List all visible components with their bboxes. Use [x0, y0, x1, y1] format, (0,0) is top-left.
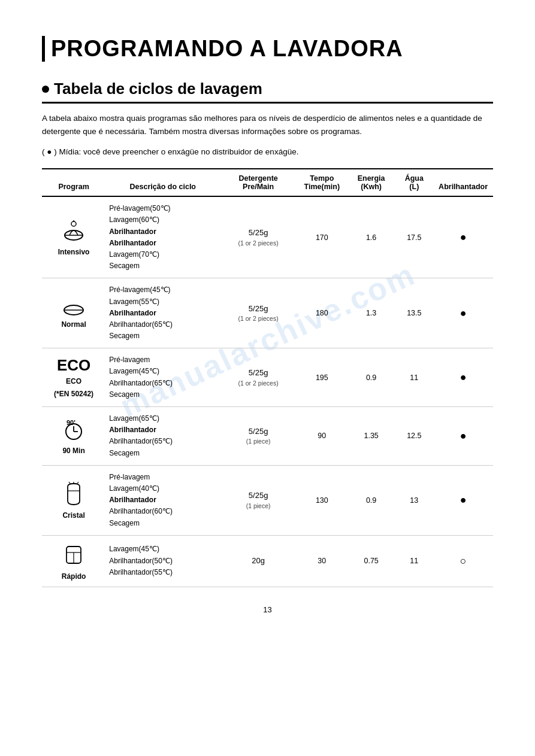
energy-cell: 0.9 — [347, 465, 395, 535]
program-label: Rápido — [62, 572, 86, 581]
water-cell: 12.5 — [395, 407, 433, 466]
header-energy: Energia(Kwh) — [347, 169, 395, 196]
intensivo-icon — [61, 218, 86, 244]
table-row: ECOECO(*EN 50242)Pré-lavagemLavagem(45℃)… — [42, 348, 493, 407]
water-cell: 11 — [395, 535, 433, 587]
abrilhantador-cell: ● — [433, 465, 493, 535]
time-cell: 170 — [297, 196, 347, 278]
svg-text:90': 90' — [67, 419, 75, 426]
program-label: ECO — [66, 377, 81, 385]
detergent-sub: (1 or 2 pieces) — [223, 314, 292, 324]
water-cell: 13.5 — [395, 278, 433, 348]
water-cell: 11 — [395, 348, 433, 407]
90min-icon: 90' — [61, 417, 86, 442]
time-cell: 90 — [297, 407, 347, 466]
energy-cell: 1.35 — [347, 407, 395, 466]
table-row: IntensivoPré-lavagem(50℃)Lavagem(60℃)Abr… — [42, 196, 493, 278]
program-cell: 90' 90 Min — [42, 407, 105, 466]
time-cell: 180 — [297, 278, 347, 348]
filled-circle-indicator: ● — [460, 231, 467, 243]
cristal-icon — [62, 481, 85, 507]
intro-text: A tabela abaixo mostra quais programas s… — [42, 112, 493, 138]
abrilhantador-cell: ● — [433, 196, 493, 278]
rapido-icon — [62, 542, 85, 568]
abrilhantador-cell: ● — [433, 278, 493, 348]
media-note: ( ● ) Mídia: você deve preencher o enxág… — [42, 147, 493, 156]
detergent-cell: 20g — [220, 535, 296, 587]
table-row: 90' 90 MinLavagem(65℃)AbrilhantadorAbril… — [42, 407, 493, 466]
program-label: (*EN 50242) — [54, 390, 93, 398]
program-label: Intensivo — [58, 248, 90, 256]
header-time: TempoTime(min) — [297, 169, 347, 196]
program-label: 90 Min — [62, 447, 84, 455]
water-cell: 17.5 — [395, 196, 433, 278]
detergent-amount: 5/25g — [223, 490, 292, 502]
energy-cell: 0.75 — [347, 535, 395, 587]
section-title: Tabela de ciclos de lavagem — [42, 80, 493, 104]
abrilhantador-cell: ● — [433, 348, 493, 407]
eco-icon: ECO — [57, 357, 90, 373]
program-cell: Intensivo — [42, 196, 105, 278]
filled-circle-indicator: ● — [460, 430, 467, 442]
desc-cell: Pré-lavagem(45℃)Lavagem(55℃)Abrilhantado… — [105, 278, 220, 348]
abrilhantador-cell: ○ — [433, 535, 493, 587]
empty-circle-indicator: ○ — [460, 555, 467, 567]
energy-cell: 1.3 — [347, 278, 395, 348]
program-cell: Cristal — [42, 465, 105, 535]
energy-cell: 0.9 — [347, 348, 395, 407]
desc-cell: Lavagem(45℃)Abrilhantador(50℃)Abrilhanta… — [105, 535, 220, 587]
detergent-amount: 5/25g — [223, 227, 292, 239]
header-water: Água(L) — [395, 169, 433, 196]
detergent-cell: 5/25g(1 or 2 pieces) — [220, 196, 296, 278]
detergent-sub: (1 piece) — [223, 502, 292, 511]
detergent-amount: 5/25g — [223, 303, 292, 315]
program-label: Normal — [61, 320, 86, 329]
filled-circle-indicator: ● — [460, 371, 467, 383]
media-note-text: ( ● ) Mídia: você deve preencher o enxág… — [42, 147, 298, 156]
detergent-cell: 5/25g(1 piece) — [220, 465, 296, 535]
page-number: 13 — [42, 605, 493, 614]
detergent-amount: 20g — [223, 555, 292, 567]
water-cell: 13 — [395, 465, 433, 535]
detergent-amount: 5/25g — [223, 426, 292, 438]
filled-circle-indicator: ● — [460, 307, 467, 319]
table-row: NormalPré-lavagem(45℃)Lavagem(55℃)Abrilh… — [42, 278, 493, 348]
detergent-cell: 5/25g(1 or 2 pieces) — [220, 278, 296, 348]
wash-cycles-table: Program Descrição do ciclo DetergentePre… — [42, 168, 493, 587]
program-label: Cristal — [62, 511, 84, 520]
detergent-sub: (1 piece) — [223, 437, 292, 447]
header-detergent: DetergentePre/Main — [220, 169, 296, 196]
header-program: Program — [42, 169, 105, 196]
filled-circle-indicator: ● — [460, 494, 467, 506]
table-row: RápidoLavagem(45℃)Abrilhantador(50℃)Abri… — [42, 535, 493, 587]
detergent-amount: 5/25g — [223, 367, 292, 379]
header-desc: Descrição do ciclo — [105, 169, 220, 196]
normal-icon — [61, 298, 86, 316]
desc-cell: Pré-lavagem(50℃)Lavagem(60℃)Abrilhantado… — [105, 196, 220, 278]
svg-point-2 — [71, 221, 76, 226]
detergent-sub: (1 or 2 pieces) — [223, 239, 292, 248]
time-cell: 195 — [297, 348, 347, 407]
table-row: CristalPré-lavagemLavagem(40℃)Abrilhanta… — [42, 465, 493, 535]
abrilhantador-cell: ● — [433, 407, 493, 466]
detergent-cell: 5/25g(1 or 2 pieces) — [220, 348, 296, 407]
program-cell: ECOECO(*EN 50242) — [42, 348, 105, 407]
energy-cell: 1.6 — [347, 196, 395, 278]
program-cell: Rápido — [42, 535, 105, 587]
time-cell: 130 — [297, 465, 347, 535]
detergent-cell: 5/25g(1 piece) — [220, 407, 296, 466]
detergent-sub: (1 or 2 pieces) — [223, 379, 292, 388]
time-cell: 30 — [297, 535, 347, 587]
page-title: PROGRAMANDO A LAVADORA — [42, 36, 493, 62]
desc-cell: Lavagem(65℃)AbrilhantadorAbrilhantador(6… — [105, 407, 220, 466]
program-cell: Normal — [42, 278, 105, 348]
desc-cell: Pré-lavagemLavagem(40℃)AbrilhantadorAbri… — [105, 465, 220, 535]
section-bullet — [42, 86, 49, 93]
header-abrilhantador: Abrilhantador — [433, 169, 493, 196]
desc-cell: Pré-lavagemLavagem(45℃)Abrilhantador(65℃… — [105, 348, 220, 407]
